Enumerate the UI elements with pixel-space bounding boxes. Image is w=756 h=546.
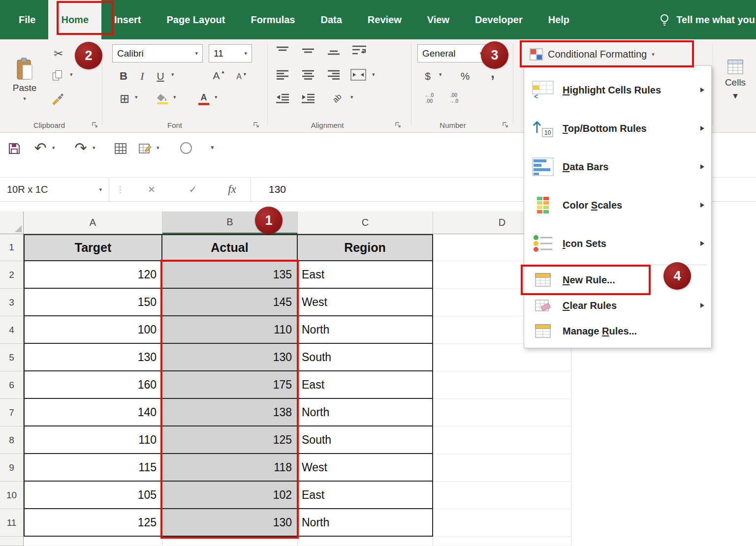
cell-a4[interactable]: 100: [24, 316, 162, 344]
cell-b7[interactable]: 138: [162, 399, 298, 426]
paste-button[interactable]: Paste ▾: [5, 43, 44, 115]
cell-a10[interactable]: 105: [24, 482, 162, 509]
undo-dropdown-icon[interactable]: ▾: [52, 145, 55, 151]
borders-button[interactable]: ⊞: [116, 90, 133, 108]
cell-c9[interactable]: West: [298, 454, 433, 482]
orientation-button[interactable]: ab: [327, 90, 347, 107]
conditional-formatting-button[interactable]: Conditional Formatting ▾: [525, 42, 693, 66]
percent-button[interactable]: %: [457, 67, 473, 86]
ribbon-tab-developer[interactable]: Developer: [462, 0, 536, 39]
align-left-button[interactable]: [274, 67, 291, 83]
row-header-8[interactable]: 8: [0, 426, 24, 454]
row-header-12[interactable]: [0, 537, 24, 546]
name-box[interactable]: 10R x 1C ▾: [0, 178, 109, 201]
enter-button[interactable]: ✓: [172, 178, 214, 201]
table-borders-button[interactable]: [112, 140, 129, 157]
cell-d7[interactable]: [433, 399, 571, 426]
insert-function-button[interactable]: fx: [214, 178, 251, 201]
font-name-select[interactable]: Calibri ▾: [112, 44, 203, 62]
underline-dropdown-icon[interactable]: ▾: [171, 72, 174, 77]
ribbon-tab-page-layout[interactable]: Page Layout: [154, 0, 238, 39]
ribbon-tab-home[interactable]: Home: [48, 0, 101, 39]
macro-record-button[interactable]: [180, 142, 192, 154]
cells-button[interactable]: Cells ▾: [717, 43, 754, 116]
row-header-1[interactable]: 1: [0, 234, 24, 261]
save-button[interactable]: [6, 140, 23, 157]
ribbon-tab-data[interactable]: Data: [308, 0, 354, 39]
row-header-4[interactable]: 4: [0, 316, 24, 344]
cell-b9[interactable]: 118: [162, 454, 298, 482]
merge-center-button[interactable]: [348, 67, 368, 83]
number-format-select[interactable]: General ▾: [417, 44, 487, 62]
cell-b11[interactable]: 130: [162, 509, 298, 537]
redo-dropdown-icon[interactable]: ▾: [93, 145, 95, 151]
font-color-dropdown-icon[interactable]: ▾: [215, 94, 218, 100]
select-all-corner[interactable]: [0, 212, 24, 234]
ribbon-tab-file[interactable]: File: [6, 0, 48, 39]
decrease-indent-button[interactable]: [274, 91, 291, 106]
row-header-3[interactable]: 3: [0, 289, 24, 316]
copy-button[interactable]: [48, 67, 66, 84]
cell-b2[interactable]: 135: [162, 261, 298, 289]
font-dialog-launcher[interactable]: [253, 121, 259, 128]
cell-a6[interactable]: 160: [24, 371, 162, 399]
currency-dropdown-icon[interactable]: ▾: [439, 72, 442, 77]
cell-a5[interactable]: 130: [24, 344, 162, 371]
row-header-11[interactable]: 11: [0, 509, 24, 537]
align-right-button[interactable]: [325, 67, 343, 83]
top-align-button[interactable]: [274, 43, 291, 58]
underline-button[interactable]: U: [153, 67, 168, 86]
cell-c7[interactable]: North: [298, 399, 433, 426]
menu-item-highlight-cells-rules[interactable]: < Highlight Cells Rules: [524, 71, 711, 109]
row-header-7[interactable]: 7: [0, 399, 24, 426]
cell-b3[interactable]: 145: [162, 289, 298, 316]
cell-b1[interactable]: Actual: [162, 234, 298, 261]
cell-c2[interactable]: East: [298, 261, 433, 289]
italic-button[interactable]: I: [135, 67, 150, 86]
menu-item-clear-rules[interactable]: Clear Rules: [524, 293, 711, 318]
cell-a11[interactable]: 125: [24, 509, 162, 537]
row-header-5[interactable]: 5: [0, 344, 24, 371]
number-dialog-launcher[interactable]: [502, 121, 508, 128]
borders-dropdown-icon[interactable]: ▾: [135, 94, 138, 100]
tell-me-search[interactable]: Tell me what you: [659, 0, 756, 39]
cell-a9[interactable]: 115: [24, 454, 162, 482]
cell-b10[interactable]: 102: [162, 482, 298, 509]
cell-d11[interactable]: [433, 509, 571, 537]
cell-c10[interactable]: East: [298, 482, 433, 509]
cell-a1[interactable]: Target: [24, 234, 162, 261]
cell-c8[interactable]: South: [298, 426, 433, 454]
cell-c3[interactable]: West: [298, 289, 433, 316]
row-header-10[interactable]: 10: [0, 482, 24, 509]
cell-c1[interactable]: Region: [298, 234, 433, 261]
bold-button[interactable]: B: [115, 67, 132, 86]
menu-item-top-bottom-rules[interactable]: 10 Top/Bottom Rules: [524, 109, 711, 148]
cell-b8[interactable]: 125: [162, 426, 298, 454]
currency-button[interactable]: $: [419, 67, 436, 86]
font-size-select[interactable]: 11 ▾: [209, 44, 252, 62]
decrease-font-button[interactable]: A ▼: [231, 69, 252, 85]
alignment-dialog-launcher[interactable]: [395, 121, 401, 128]
ribbon-tab-insert[interactable]: Insert: [101, 0, 154, 39]
undo-button[interactable]: ↶: [31, 137, 50, 158]
menu-item-color-scales[interactable]: Color Scales: [524, 186, 711, 224]
cell-d10[interactable]: [433, 482, 571, 509]
align-center-button[interactable]: [299, 67, 317, 83]
cell-a2[interactable]: 120: [24, 261, 162, 289]
ribbon-tab-formulas[interactable]: Formulas: [238, 0, 308, 39]
menu-item-manage-rules[interactable]: Manage Rules...: [524, 318, 711, 344]
clipboard-dialog-launcher[interactable]: [92, 121, 98, 128]
ribbon-tab-review[interactable]: Review: [355, 0, 414, 39]
increase-decimal-button[interactable]: ←.0 .00: [418, 90, 440, 107]
cell-b6[interactable]: 175: [162, 371, 298, 399]
redo-button[interactable]: ↷: [71, 137, 91, 158]
cell-b4[interactable]: 110: [162, 316, 298, 344]
row-header-2[interactable]: 2: [0, 261, 24, 289]
format-painter-button[interactable]: [46, 90, 70, 108]
ribbon-tab-view[interactable]: View: [414, 0, 462, 39]
cell-c4[interactable]: North: [298, 316, 433, 344]
column-header-c[interactable]: C: [298, 212, 433, 234]
draw-table-button[interactable]: [136, 140, 155, 157]
cell-d9[interactable]: [433, 454, 571, 482]
cancel-button[interactable]: ×: [131, 178, 172, 201]
